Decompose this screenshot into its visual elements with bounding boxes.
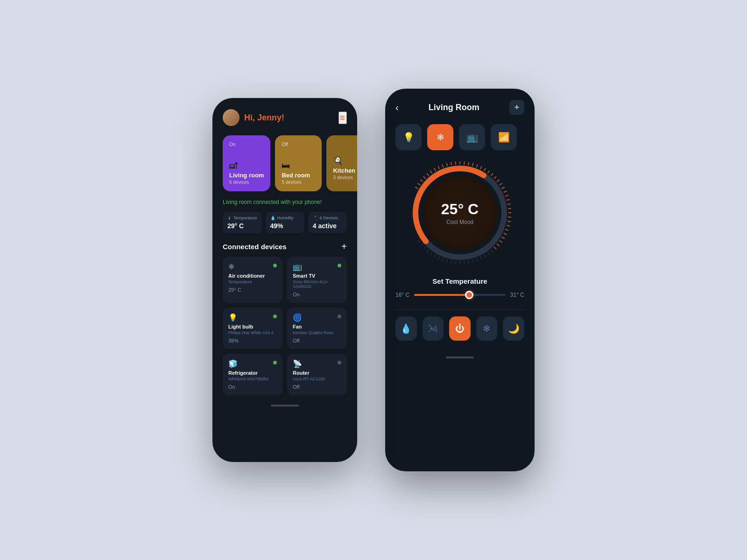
add-button[interactable]: +: [509, 100, 524, 115]
svg-line-36: [506, 230, 508, 231]
room-icon-kitchen: 🍳: [333, 156, 357, 166]
svg-line-17: [472, 163, 473, 166]
svg-line-15: [464, 161, 465, 164]
svg-line-44: [484, 255, 486, 257]
thermometer-icon: 🌡: [227, 216, 232, 220]
stat-hum-label: 💧 Humidity: [270, 216, 300, 220]
fan-icon: 🌀: [293, 313, 302, 322]
dtype-tv[interactable]: 📺: [459, 124, 485, 150]
svg-line-8: [434, 168, 436, 171]
room-devices-living: 6 devices: [229, 180, 264, 185]
ac-sub: Tempurature: [228, 280, 277, 284]
device-types: 💡 ❄ 📺 📶: [395, 124, 524, 150]
header2: ‹ Living Room +: [395, 100, 524, 115]
stats-row: 🌡 Tempurature 29° C 💧 Humidity 49% 📱 6 D…: [223, 212, 347, 233]
svg-line-28: [506, 195, 508, 196]
fridge-sub: Whirlpool WIX735dhz: [228, 377, 277, 381]
room-devices-bedroom: 5 devices: [282, 180, 315, 185]
mood-label: Cool Mood: [446, 219, 473, 225]
humidity-ctrl-icon: 💧: [400, 323, 412, 334]
svg-line-3: [418, 183, 420, 185]
device-card-fridge[interactable]: 🧊 Refrigerator Whirlpool WIX735dhz On: [223, 354, 282, 395]
bulb-sub: Philips Hue White A19 4: [228, 330, 277, 335]
device-card-router[interactable]: 📡 Router Asus RT-AC1200 Off: [287, 354, 347, 395]
device-card-fan[interactable]: 🌀 Fan Kenstar Quattro Rose Off: [287, 308, 347, 349]
svg-line-47: [472, 259, 473, 262]
add-device-button[interactable]: +: [341, 242, 347, 251]
ctrl-humidity[interactable]: 💧: [395, 316, 417, 341]
router-state: Off: [293, 384, 341, 390]
moon-ctrl-icon: 🌙: [508, 323, 520, 334]
router-sub: Asus RT-AC1200: [293, 377, 341, 381]
phone-2: ‹ Living Room + 💡 ❄ 📺 📶: [385, 89, 535, 471]
device-card-bulb[interactable]: 💡 Light bulb Philips Hue White A19 4 39%: [223, 308, 282, 349]
stat-temp-value: 29° C: [227, 222, 257, 230]
room-icon-living: 🛋: [229, 161, 264, 171]
ac-state: 29° C: [228, 287, 277, 293]
tv-type-icon: 📺: [466, 132, 478, 143]
thermostat-inner: 25° C Cool Mood: [423, 175, 497, 250]
svg-line-19: [480, 166, 482, 168]
room-status-bedroom: Off: [282, 142, 315, 147]
svg-line-13: [455, 161, 456, 164]
temp-min-label: 16° C: [395, 292, 409, 298]
fridge-icon: 🧊: [228, 359, 238, 368]
svg-line-40: [497, 244, 500, 246]
rooms-scroll: On 🛋 Living room 6 devices Off 🛏 Bed roo…: [212, 135, 357, 191]
router-name: Router: [293, 370, 341, 376]
temperature-display: 25° C: [441, 201, 479, 218]
thermostat-container: 25° C Cool Mood: [395, 161, 524, 264]
room-icon-bedroom: 🛏: [282, 161, 315, 171]
device-header-bulb: 💡: [228, 313, 277, 322]
ac-status-dot: [273, 264, 277, 267]
power-ctrl-icon: ⏻: [455, 323, 465, 334]
svg-line-25: [500, 183, 502, 185]
menu-button[interactable]: ≡: [338, 112, 347, 124]
device-card-ac[interactable]: ❄ Air conditioner Tempurature 29° C: [223, 257, 282, 303]
back-button[interactable]: ‹: [395, 102, 399, 113]
tv-status-dot: [338, 264, 341, 267]
phone-1: Hi, Jenny! ≡ On 🛋 Living room 6 devices …: [212, 98, 357, 462]
svg-line-10: [442, 165, 443, 168]
device-header-tv: 📺: [293, 262, 341, 271]
room-card-kitchen[interactable]: 🍳 Kitchen 3 devices: [326, 135, 357, 191]
svg-line-27: [504, 191, 506, 193]
bulb-state: 39%: [228, 338, 277, 343]
devices-grid: ❄ Air conditioner Tempurature 29° C 📺 Sm…: [223, 257, 347, 395]
stat-dev-label: 📱 6 Devices: [313, 216, 342, 220]
bulb-name: Light bulb: [228, 324, 277, 329]
dtype-router[interactable]: 📶: [491, 124, 517, 150]
room-title: Living Room: [429, 103, 479, 112]
tv-icon: 📺: [293, 262, 302, 271]
svg-line-45: [480, 257, 482, 259]
temp-slider-thumb[interactable]: [465, 291, 473, 299]
router-type-icon: 📶: [498, 132, 510, 143]
home-indicator-2: [446, 357, 474, 358]
dtype-light[interactable]: 💡: [395, 124, 422, 150]
svg-line-2: [416, 187, 418, 189]
tv-state: On: [293, 292, 341, 297]
device-header-ac: ❄: [228, 262, 277, 271]
stat-devices: 📱 6 Devices 4 active: [308, 212, 347, 233]
svg-line-16: [468, 162, 469, 165]
stat-humidity: 💧 Humidity 49%: [266, 212, 304, 233]
header-left: Hi, Jenny!: [223, 109, 284, 126]
room-card-bedroom[interactable]: Off 🛏 Bed room 5 devices: [275, 135, 322, 191]
svg-line-57: [430, 252, 432, 255]
temp-max-label: 31° C: [510, 292, 524, 298]
svg-line-59: [423, 247, 425, 249]
ctrl-moon[interactable]: 🌙: [503, 316, 524, 341]
fridge-status-dot: [273, 361, 277, 364]
device-card-tv[interactable]: 📺 Smart TV Sony BRAVIA KLV-32W602D On: [287, 257, 347, 303]
devices-icon: 📱: [313, 216, 318, 220]
ctrl-wind[interactable]: 🌬: [423, 316, 444, 341]
svg-line-31: [508, 208, 511, 209]
dtype-ac[interactable]: ❄: [427, 124, 453, 150]
svg-line-23: [494, 176, 496, 178]
ctrl-snowflake[interactable]: ❄: [476, 316, 498, 341]
svg-line-61: [418, 241, 420, 242]
ctrl-power[interactable]: ⏻: [449, 316, 471, 341]
thermostat-ring: 25° C Cool Mood: [409, 161, 511, 264]
room-card-living[interactable]: On 🛋 Living room 6 devices: [223, 135, 270, 191]
svg-line-24: [497, 180, 500, 182]
